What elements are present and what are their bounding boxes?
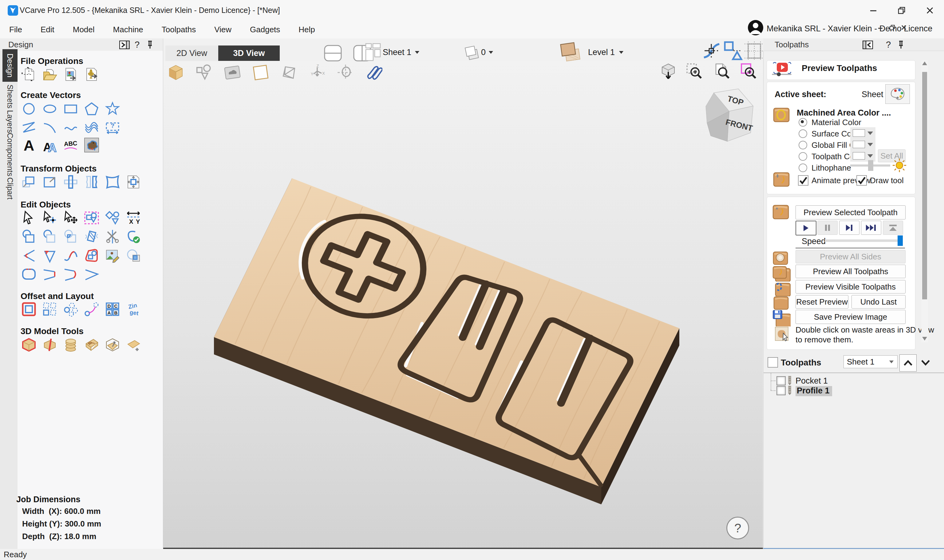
fillet-tool-icon[interactable]	[22, 248, 36, 263]
new-file-icon[interactable]	[22, 67, 36, 82]
draw-polygon-icon[interactable]	[84, 102, 99, 116]
copy-along-curve-icon[interactable]	[84, 302, 99, 317]
tab-2d-view[interactable]: 2D View	[165, 46, 218, 61]
import-bitmap-icon[interactable]	[63, 67, 78, 82]
nesting-icon[interactable]: DCAB	[105, 302, 120, 317]
chamfer-tool-icon[interactable]	[42, 248, 57, 263]
move-toolpath-up-button[interactable]	[899, 354, 916, 372]
lithophane-slider[interactable]	[850, 165, 890, 166]
menu-machine[interactable]: Machine	[104, 21, 152, 38]
surface-color-swatch[interactable]	[850, 127, 875, 139]
draw-curve-icon[interactable]	[63, 120, 78, 135]
sidebar-tab-components[interactable]: Components	[3, 136, 17, 173]
dock-left-icon[interactable]	[863, 41, 873, 49]
sheet-selector[interactable]: Sheet 1	[383, 48, 420, 57]
set-size-icon[interactable]	[126, 175, 141, 189]
draw-rectangle-icon[interactable]	[63, 102, 78, 116]
reset-preview-button[interactable]: Reset Preview	[795, 295, 849, 309]
extend-vector-icon[interactable]	[84, 267, 99, 282]
node-edit-icon[interactable]	[42, 210, 57, 225]
convert-text-icon[interactable]: AA	[42, 138, 57, 152]
fast-forward-button[interactable]	[861, 221, 881, 235]
draw-tool-checkbox[interactable]	[856, 175, 867, 186]
extract-model-icon[interactable]	[105, 337, 120, 352]
circular-copy-icon[interactable]	[63, 302, 78, 317]
snap-smart-icon[interactable]	[723, 41, 743, 60]
toolpaths-sheet-dropdown[interactable]: Sheet 1	[844, 355, 898, 368]
zoom-fit-icon[interactable]	[713, 63, 731, 80]
offset-vectors-icon[interactable]	[22, 302, 36, 317]
draw-text-icon[interactable]: A	[22, 138, 36, 152]
toggle-toolpaths-icon[interactable]	[365, 64, 383, 81]
zoom-box-icon[interactable]	[740, 63, 757, 80]
stack-slices-icon[interactable]	[63, 337, 78, 352]
crop-bitmap-icon[interactable]	[126, 248, 141, 263]
sidebar-tab-design[interactable]: Design	[3, 49, 17, 82]
interactive-move-icon[interactable]	[63, 210, 78, 225]
speed-slider[interactable]	[825, 239, 898, 242]
draw-circle-icon[interactable]	[22, 102, 36, 116]
draw-polyline-icon[interactable]	[22, 120, 36, 135]
toggle-wireframe-icon[interactable]	[280, 64, 298, 81]
help-button[interactable]: ?	[726, 517, 749, 539]
radio-surface-color[interactable]	[799, 129, 807, 138]
array-copy-icon[interactable]	[42, 302, 57, 317]
mirror-selection-icon[interactable]	[84, 175, 99, 189]
menu-help[interactable]: Help	[289, 21, 324, 38]
measure-icon[interactable]: XY	[126, 210, 141, 225]
minimize-button[interactable]	[859, 0, 887, 21]
toggle-bitmaps-icon[interactable]	[224, 64, 241, 81]
distort-selection-icon[interactable]	[105, 175, 120, 189]
tab-3d-view[interactable]: 3D View	[218, 46, 280, 61]
radio-lithophane[interactable]	[799, 163, 807, 172]
toggle-vectors-icon[interactable]	[195, 64, 213, 81]
scrollbar-thumb[interactable]	[922, 72, 927, 299]
radio-material-color[interactable]	[799, 118, 807, 127]
split-horizontal-icon[interactable]	[323, 45, 343, 62]
close-vector-icon[interactable]	[22, 267, 36, 282]
sidebar-tab-layers[interactable]: Layers	[3, 111, 17, 132]
import-vectors-icon[interactable]	[84, 67, 99, 82]
close-with-curve-icon[interactable]	[63, 267, 78, 282]
move-selection-icon[interactable]	[22, 175, 36, 189]
subtract-vectors-icon[interactable]	[42, 229, 57, 244]
radio-toolpath-color[interactable]	[799, 152, 807, 161]
create-texture-icon[interactable]	[84, 120, 99, 135]
texture-model-icon[interactable]	[84, 337, 99, 352]
toolpaths-master-checkbox[interactable]	[767, 357, 778, 368]
design-help-icon[interactable]: ?	[135, 40, 140, 50]
toggle-origin-icon[interactable]	[337, 64, 354, 81]
radio-global-fill-color[interactable]	[799, 141, 807, 149]
draw-star-icon[interactable]	[105, 102, 120, 116]
scroll-up-icon[interactable]	[922, 61, 927, 66]
snap-grid-icon[interactable]	[744, 41, 765, 60]
preview-visible-toolpaths-button[interactable]: Preview Visible Toolpaths	[795, 280, 906, 294]
slice-model-icon[interactable]	[42, 337, 57, 352]
dock-right-icon[interactable]	[119, 41, 130, 49]
doc-restore-icon[interactable]	[889, 25, 895, 31]
iso-view-icon[interactable]	[660, 63, 677, 80]
menu-gadgets[interactable]: Gadgets	[241, 21, 289, 38]
preview-selected-toolpath-button[interactable]: Preview Selected Toolpath	[795, 205, 906, 220]
menu-model[interactable]: Model	[64, 21, 104, 38]
open-file-icon[interactable]	[42, 67, 57, 82]
model-boundary-icon[interactable]	[22, 337, 36, 352]
zoom-selection-icon[interactable]	[686, 63, 703, 80]
trim-vectors-icon[interactable]	[105, 229, 120, 244]
save-preview-image-button[interactable]: Save Preview Image	[795, 310, 906, 324]
select-all-vectors-icon[interactable]	[84, 210, 99, 225]
sidebar-tab-sheets[interactable]: Sheets	[3, 85, 17, 108]
scroll-down-icon[interactable]	[922, 336, 927, 341]
rotate-selection-icon[interactable]	[63, 175, 78, 189]
intersect-vectors-icon[interactable]	[63, 229, 78, 244]
preview-all-toolpaths-button[interactable]: Preview All Toolpaths	[795, 265, 906, 278]
3d-view-canvas[interactable]: TOP FRONT	[163, 62, 763, 549]
add-model-icon[interactable]	[126, 337, 141, 352]
close-with-line-icon[interactable]	[42, 267, 57, 282]
step-forward-button[interactable]	[839, 221, 859, 235]
menu-toolpaths[interactable]: Toolpaths	[152, 21, 205, 38]
close-button[interactable]	[916, 0, 944, 21]
group-objects-icon[interactable]	[105, 210, 120, 225]
layer-selector[interactable]: 0	[481, 48, 494, 57]
toolpath-item-pocket1[interactable]: Pocket 1	[795, 376, 828, 386]
